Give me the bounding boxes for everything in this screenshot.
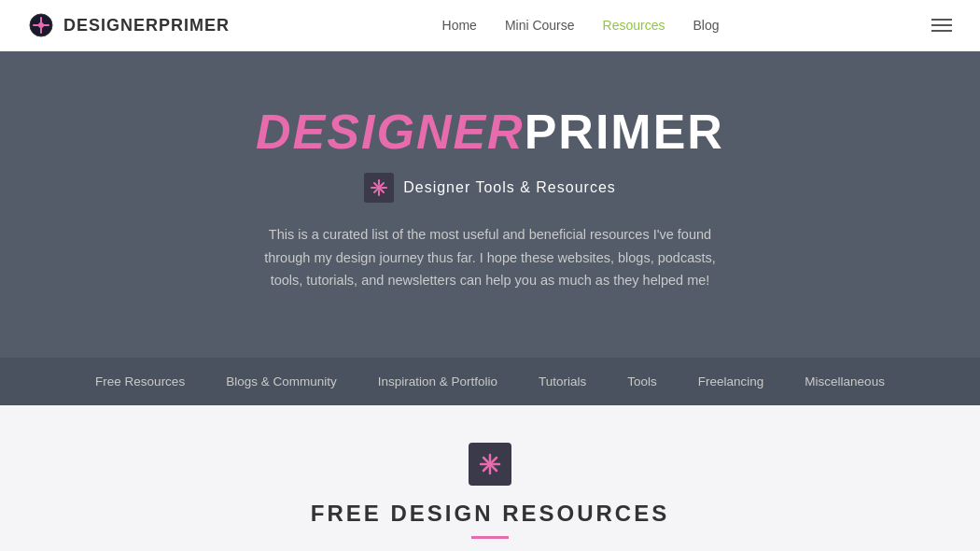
hamburger-line-3 <box>931 30 952 32</box>
hamburger-menu[interactable] <box>931 19 952 32</box>
section-crosshair-icon <box>469 443 511 486</box>
hero-subtitle-row: Designer Tools & Resources <box>19 173 961 203</box>
nav-home[interactable]: Home <box>442 18 477 33</box>
svg-point-1 <box>38 22 44 28</box>
hamburger-line-2 <box>931 24 952 26</box>
hero-title: DESIGNERPRIMER <box>19 107 961 156</box>
svg-point-4 <box>377 186 381 190</box>
brand-logo[interactable]: DESIGNERPRIMER <box>28 12 230 38</box>
tab-tools[interactable]: Tools <box>607 358 678 405</box>
tab-freelancing[interactable]: Freelancing <box>678 358 785 405</box>
section-icon-row <box>75 443 905 486</box>
tab-miscellaneous[interactable]: Miscellaneous <box>784 358 905 405</box>
nav-resources[interactable]: Resources <box>603 18 665 33</box>
logo-icon <box>28 12 54 38</box>
tab-inspiration-portfolio[interactable]: Inspiration & Portfolio <box>357 358 518 405</box>
tab-blogs-community[interactable]: Blogs & Community <box>205 358 357 405</box>
hero-section: DESIGNERPRIMER Designer Tools & Resource… <box>0 51 980 358</box>
tab-tutorials[interactable]: Tutorials <box>518 358 607 405</box>
nav-links: Home Mini Course Resources Blog <box>442 18 720 33</box>
hero-description: This is a curated list of the most usefu… <box>247 223 733 292</box>
crosshair-icon-hero <box>364 173 394 203</box>
free-resources-section: FREE DESIGN RESOURCES Unsplash This is d… <box>0 405 980 551</box>
svg-point-7 <box>487 461 493 467</box>
hamburger-line-1 <box>931 19 952 21</box>
category-tabs: Free Resources Blogs & Community Inspira… <box>0 358 980 405</box>
section-title: FREE DESIGN RESOURCES <box>75 501 905 527</box>
navbar: DESIGNERPRIMER Home Mini Course Resource… <box>0 0 980 51</box>
nav-minicourse[interactable]: Mini Course <box>505 18 575 33</box>
tab-free-resources[interactable]: Free Resources <box>75 358 205 405</box>
hero-subtitle-text: Designer Tools & Resources <box>403 179 616 196</box>
brand-name: DESIGNERPRIMER <box>63 16 230 35</box>
nav-blog[interactable]: Blog <box>693 18 720 33</box>
section-divider <box>471 536 509 539</box>
